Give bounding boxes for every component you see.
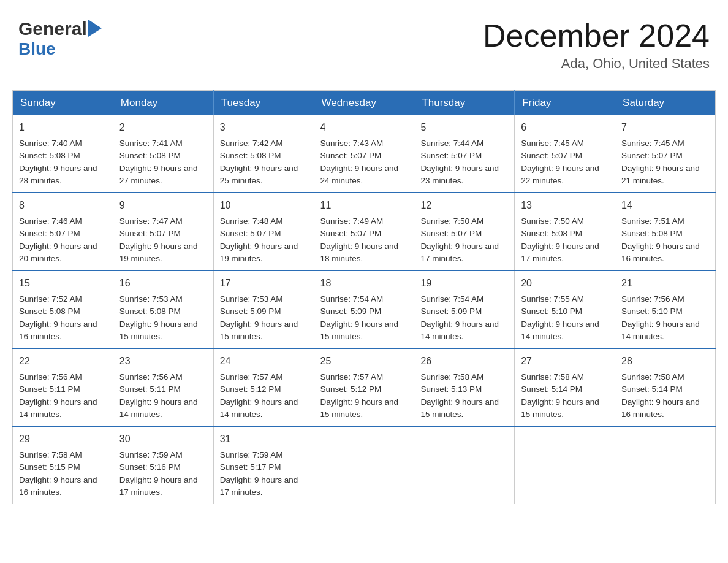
day-cell-5: 5 Sunrise: 7:44 AMSunset: 5:07 PMDayligh… xyxy=(414,115,515,193)
empty-cell xyxy=(615,426,716,504)
day-number: 23 xyxy=(119,354,207,369)
day-number: 11 xyxy=(320,198,408,213)
day-info: Sunrise: 7:44 AMSunset: 5:07 PMDaylight:… xyxy=(420,139,499,185)
day-info: Sunrise: 7:58 AMSunset: 5:14 PMDaylight:… xyxy=(621,372,700,419)
day-info: Sunrise: 7:42 AMSunset: 5:08 PMDaylight:… xyxy=(220,139,298,185)
empty-cell xyxy=(314,426,414,504)
day-number: 7 xyxy=(621,120,709,135)
day-number: 8 xyxy=(19,198,107,213)
calendar-table: SundayMondayTuesdayWednesdayThursdayFrid… xyxy=(12,90,716,504)
day-cell-3: 3 Sunrise: 7:42 AMSunset: 5:08 PMDayligh… xyxy=(213,115,314,193)
day-info: Sunrise: 7:54 AMSunset: 5:09 PMDaylight:… xyxy=(420,294,499,341)
day-info: Sunrise: 7:57 AMSunset: 5:12 PMDaylight:… xyxy=(220,372,298,419)
day-number: 28 xyxy=(621,354,709,369)
col-header-monday: Monday xyxy=(113,91,213,116)
day-cell-2: 2 Sunrise: 7:41 AMSunset: 5:08 PMDayligh… xyxy=(113,115,213,193)
day-cell-11: 11 Sunrise: 7:49 AMSunset: 5:07 PMDaylig… xyxy=(314,193,414,270)
col-header-sunday: Sunday xyxy=(13,91,113,116)
day-info: Sunrise: 7:49 AMSunset: 5:07 PMDaylight:… xyxy=(320,216,399,263)
day-number: 24 xyxy=(220,354,308,369)
day-cell-8: 8 Sunrise: 7:46 AMSunset: 5:07 PMDayligh… xyxy=(13,193,113,270)
calendar-header-row: SundayMondayTuesdayWednesdayThursdayFrid… xyxy=(13,91,716,116)
day-number: 17 xyxy=(220,276,308,291)
day-number: 22 xyxy=(19,354,107,369)
col-header-saturday: Saturday xyxy=(615,91,716,116)
day-info: Sunrise: 7:53 AMSunset: 5:09 PMDaylight:… xyxy=(220,294,298,341)
logo-arrow-icon xyxy=(88,20,102,37)
day-info: Sunrise: 7:43 AMSunset: 5:07 PMDaylight:… xyxy=(320,139,399,185)
day-number: 12 xyxy=(420,198,508,213)
day-number: 26 xyxy=(420,354,508,369)
day-cell-13: 13 Sunrise: 7:50 AMSunset: 5:08 PMDaylig… xyxy=(515,193,615,270)
day-number: 18 xyxy=(320,276,408,291)
week-row-5: 29 Sunrise: 7:58 AMSunset: 5:15 PMDaylig… xyxy=(13,426,716,504)
day-info: Sunrise: 7:59 AMSunset: 5:16 PMDaylight:… xyxy=(119,450,198,497)
day-number: 27 xyxy=(521,354,609,369)
day-cell-26: 26 Sunrise: 7:58 AMSunset: 5:13 PMDaylig… xyxy=(414,348,515,426)
empty-cell xyxy=(515,426,615,504)
day-info: Sunrise: 7:52 AMSunset: 5:08 PMDaylight:… xyxy=(19,294,97,341)
day-cell-23: 23 Sunrise: 7:56 AMSunset: 5:11 PMDaylig… xyxy=(113,348,213,426)
logo: General Blue xyxy=(18,18,102,59)
day-info: Sunrise: 7:47 AMSunset: 5:07 PMDaylight:… xyxy=(119,216,198,263)
day-info: Sunrise: 7:59 AMSunset: 5:17 PMDaylight:… xyxy=(220,450,298,497)
title-section: December 2024 Ada, Ohio, United States xyxy=(483,18,710,72)
location-label: Ada, Ohio, United States xyxy=(483,56,710,72)
day-info: Sunrise: 7:41 AMSunset: 5:08 PMDaylight:… xyxy=(119,139,198,185)
svg-marker-0 xyxy=(88,20,102,37)
day-cell-7: 7 Sunrise: 7:45 AMSunset: 5:07 PMDayligh… xyxy=(615,115,716,193)
day-cell-27: 27 Sunrise: 7:58 AMSunset: 5:14 PMDaylig… xyxy=(515,348,615,426)
month-title: December 2024 xyxy=(483,18,710,53)
col-header-thursday: Thursday xyxy=(414,91,515,116)
col-header-tuesday: Tuesday xyxy=(213,91,314,116)
day-number: 19 xyxy=(420,276,508,291)
empty-cell xyxy=(414,426,515,504)
day-cell-24: 24 Sunrise: 7:57 AMSunset: 5:12 PMDaylig… xyxy=(213,348,314,426)
logo-icon: General xyxy=(18,18,102,39)
day-info: Sunrise: 7:56 AMSunset: 5:11 PMDaylight:… xyxy=(119,372,198,419)
week-row-2: 8 Sunrise: 7:46 AMSunset: 5:07 PMDayligh… xyxy=(13,193,716,270)
day-number: 20 xyxy=(521,276,609,291)
day-info: Sunrise: 7:51 AMSunset: 5:08 PMDaylight:… xyxy=(621,216,700,263)
day-number: 9 xyxy=(119,198,207,213)
day-number: 14 xyxy=(621,198,709,213)
day-info: Sunrise: 7:45 AMSunset: 5:07 PMDaylight:… xyxy=(521,139,599,185)
day-info: Sunrise: 7:45 AMSunset: 5:07 PMDaylight:… xyxy=(621,139,700,185)
col-header-friday: Friday xyxy=(515,91,615,116)
day-info: Sunrise: 7:46 AMSunset: 5:07 PMDaylight:… xyxy=(19,216,97,263)
day-cell-16: 16 Sunrise: 7:53 AMSunset: 5:08 PMDaylig… xyxy=(113,270,213,348)
day-number: 13 xyxy=(521,198,609,213)
day-info: Sunrise: 7:53 AMSunset: 5:08 PMDaylight:… xyxy=(119,294,198,341)
day-number: 6 xyxy=(521,120,609,135)
day-cell-9: 9 Sunrise: 7:47 AMSunset: 5:07 PMDayligh… xyxy=(113,193,213,270)
day-cell-4: 4 Sunrise: 7:43 AMSunset: 5:07 PMDayligh… xyxy=(314,115,414,193)
day-cell-22: 22 Sunrise: 7:56 AMSunset: 5:11 PMDaylig… xyxy=(13,348,113,426)
day-cell-30: 30 Sunrise: 7:59 AMSunset: 5:16 PMDaylig… xyxy=(113,426,213,504)
logo-blue-text: Blue xyxy=(18,39,56,59)
day-number: 4 xyxy=(320,120,408,135)
day-info: Sunrise: 7:50 AMSunset: 5:07 PMDaylight:… xyxy=(420,216,499,263)
day-cell-1: 1 Sunrise: 7:40 AMSunset: 5:08 PMDayligh… xyxy=(13,115,113,193)
day-cell-14: 14 Sunrise: 7:51 AMSunset: 5:08 PMDaylig… xyxy=(615,193,716,270)
week-row-1: 1 Sunrise: 7:40 AMSunset: 5:08 PMDayligh… xyxy=(13,115,716,193)
day-cell-25: 25 Sunrise: 7:57 AMSunset: 5:12 PMDaylig… xyxy=(314,348,414,426)
day-info: Sunrise: 7:48 AMSunset: 5:07 PMDaylight:… xyxy=(220,216,298,263)
day-info: Sunrise: 7:58 AMSunset: 5:15 PMDaylight:… xyxy=(19,450,97,497)
day-cell-17: 17 Sunrise: 7:53 AMSunset: 5:09 PMDaylig… xyxy=(213,270,314,348)
logo-general-text: General xyxy=(18,18,87,39)
day-cell-10: 10 Sunrise: 7:48 AMSunset: 5:07 PMDaylig… xyxy=(213,193,314,270)
day-info: Sunrise: 7:50 AMSunset: 5:08 PMDaylight:… xyxy=(521,216,599,263)
day-number: 25 xyxy=(320,354,408,369)
day-number: 30 xyxy=(119,432,207,446)
day-number: 15 xyxy=(19,276,107,291)
day-cell-15: 15 Sunrise: 7:52 AMSunset: 5:08 PMDaylig… xyxy=(13,270,113,348)
day-info: Sunrise: 7:58 AMSunset: 5:13 PMDaylight:… xyxy=(420,372,499,419)
day-info: Sunrise: 7:54 AMSunset: 5:09 PMDaylight:… xyxy=(320,294,399,341)
day-info: Sunrise: 7:58 AMSunset: 5:14 PMDaylight:… xyxy=(521,372,599,419)
week-row-4: 22 Sunrise: 7:56 AMSunset: 5:11 PMDaylig… xyxy=(13,348,716,426)
day-number: 31 xyxy=(220,432,308,446)
day-number: 5 xyxy=(420,120,508,135)
day-number: 2 xyxy=(119,120,207,135)
day-number: 29 xyxy=(19,432,107,446)
page-header: General Blue December 2024 Ada, Ohio, Un… xyxy=(12,12,716,78)
